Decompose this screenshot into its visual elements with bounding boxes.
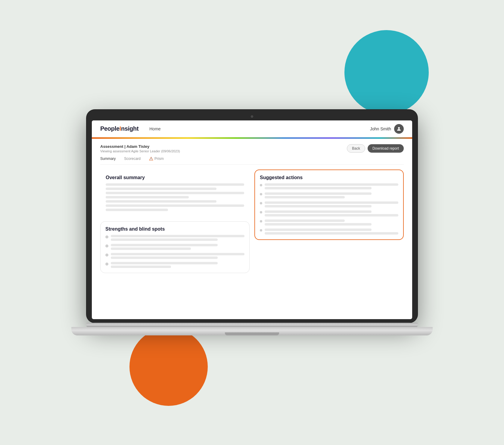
nav-bar: PeopleInsight Home John Smith (92, 120, 412, 137)
assessment-actions: Back Download report (347, 144, 404, 153)
action-dot (260, 202, 262, 204)
placeholder-line (106, 200, 216, 203)
teal-circle-decoration (344, 30, 429, 114)
placeholder-line (265, 232, 398, 235)
action-lines (265, 219, 398, 226)
laptop-screen-outer: PeopleInsight Home John Smith (86, 110, 418, 323)
placeholder-line (265, 196, 345, 198)
placeholder-line (111, 247, 191, 250)
username-label: John Smith (370, 126, 391, 131)
placeholder-line (111, 262, 218, 264)
placeholder-line (265, 214, 398, 216)
action-item (260, 219, 398, 226)
overall-summary-title: Overall summary (106, 175, 244, 180)
laptop-base-wrapper (71, 323, 433, 335)
placeholder-line (265, 210, 372, 213)
placeholder-line (106, 196, 189, 198)
tab-summary[interactable]: Summary (100, 157, 116, 162)
placeholder-line (265, 223, 372, 226)
action-lines (265, 183, 398, 189)
action-items-list (260, 183, 398, 235)
app-container: PeopleInsight Home John Smith (92, 120, 412, 319)
action-lines (265, 201, 398, 207)
laptop-mockup: PeopleInsight Home John Smith (71, 110, 433, 335)
content-area: Assessment | Adam Tisley Viewing assessm… (92, 139, 412, 319)
logo-people: People (100, 125, 120, 132)
strength-dot (105, 235, 108, 238)
strength-lines (111, 235, 244, 241)
strength-item (105, 253, 244, 259)
camera-dot (251, 115, 253, 118)
download-report-button[interactable]: Download report (368, 144, 404, 153)
placeholder-line (265, 219, 345, 222)
logo: PeopleInsight (100, 125, 138, 132)
tab-scorecard[interactable]: Scorecard (124, 157, 141, 162)
assessment-info: Assessment | Adam Tisley Viewing assessm… (100, 144, 180, 153)
placeholder-line (111, 257, 218, 259)
svg-point-0 (398, 127, 400, 129)
suggested-actions-card: Suggested actions (254, 170, 404, 240)
placeholder-line (106, 204, 244, 207)
nav-left: PeopleInsight Home (100, 125, 161, 132)
action-item (260, 192, 398, 198)
prism-tab-label: Prism (154, 157, 164, 161)
strength-item (105, 244, 244, 250)
placeholder-line (111, 235, 244, 237)
avatar[interactable] (394, 124, 404, 134)
action-dot (260, 184, 262, 186)
placeholder-line (111, 238, 218, 241)
right-column: Suggested actions (254, 170, 404, 273)
strength-dot (105, 254, 108, 257)
action-item (260, 183, 398, 189)
placeholder-line (106, 183, 244, 186)
left-column: Overall summary (100, 170, 250, 273)
strength-dot (105, 244, 108, 247)
action-dot (260, 229, 262, 232)
placeholder-line (265, 205, 372, 207)
strength-lines (111, 244, 244, 250)
main-grid: Overall summary (100, 170, 404, 273)
strength-item (105, 235, 244, 241)
action-item (260, 201, 398, 207)
placeholder-line (111, 266, 171, 268)
action-item (260, 229, 398, 235)
nav-home-link[interactable]: Home (149, 126, 160, 131)
nav-right: John Smith (370, 124, 404, 134)
overall-summary-card: Overall summary (100, 170, 250, 216)
assessment-title: Assessment | Adam Tisley (100, 144, 180, 149)
action-lines (265, 210, 398, 216)
placeholder-line (106, 188, 216, 190)
strengths-title: Strengths and blind spots (105, 226, 244, 232)
action-lines (265, 192, 398, 198)
tab-prism[interactable]: Prism (149, 157, 164, 162)
placeholder-line (265, 229, 372, 231)
laptop-base (71, 327, 433, 335)
orange-circle-decoration (129, 328, 208, 406)
laptop-screen: PeopleInsight Home John Smith (92, 120, 412, 319)
strength-lines (111, 253, 244, 259)
placeholder-line (265, 201, 398, 204)
overall-summary-content (106, 183, 244, 211)
strengths-blindspots-card: Strengths and blind spots (100, 221, 250, 273)
placeholder-line (265, 192, 372, 195)
back-button[interactable]: Back (347, 144, 365, 153)
assessment-subtitle: Viewing assessment Agile Senior Leader (… (100, 149, 180, 153)
placeholder-line (265, 187, 372, 189)
prism-icon (149, 157, 153, 161)
laptop-hinge (86, 323, 418, 327)
strength-item (105, 262, 244, 268)
placeholder-line (106, 209, 168, 211)
placeholder-line (111, 244, 218, 246)
logo-nsight: nsight (121, 125, 138, 132)
placeholder-line (111, 253, 244, 255)
strength-lines (111, 262, 244, 268)
suggested-actions-title: Suggested actions (260, 175, 398, 180)
action-dot (260, 220, 262, 222)
strength-dot (105, 263, 108, 266)
action-dot (260, 211, 262, 213)
action-lines (265, 229, 398, 235)
action-item (260, 210, 398, 216)
camera-bar (92, 115, 412, 118)
action-dot (260, 193, 262, 195)
assessment-header: Assessment | Adam Tisley Viewing assessm… (100, 144, 404, 153)
